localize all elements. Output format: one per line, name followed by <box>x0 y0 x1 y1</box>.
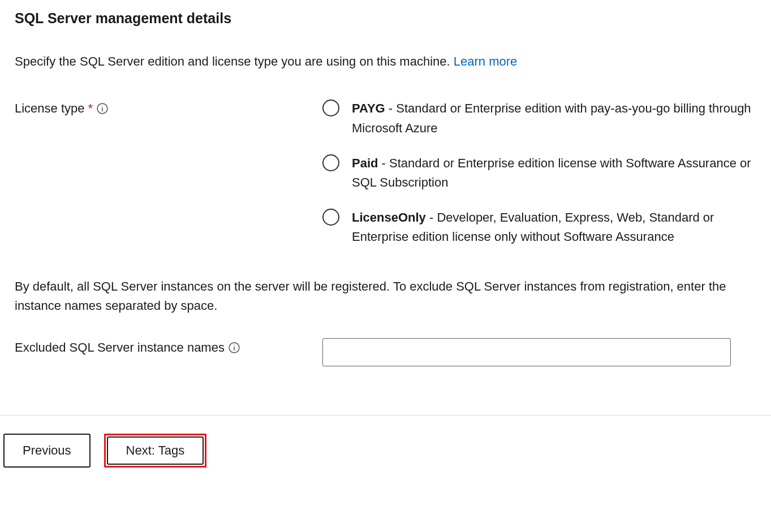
radio-option-payg[interactable]: PAYG - Standard or Enterprise edition wi… <box>322 99 756 137</box>
license-type-row: License type * PAYG - Standard or Enterp… <box>15 99 756 246</box>
previous-button[interactable]: Previous <box>3 434 91 468</box>
next-tags-button[interactable]: Next: Tags <box>107 436 204 465</box>
radio-text: Paid - Standard or Enterprise edition li… <box>352 154 756 192</box>
intro-prefix: Specify the SQL Server edition and licen… <box>15 54 454 68</box>
exclude-instances-description: By default, all SQL Server instances on … <box>15 277 756 315</box>
radio-circle[interactable] <box>322 154 339 171</box>
intro-text: Specify the SQL Server edition and licen… <box>15 53 756 70</box>
wizard-footer: Previous Next: Tags <box>0 416 771 488</box>
info-icon[interactable] <box>96 102 109 115</box>
radio-name: LicenseOnly <box>352 210 426 224</box>
radio-name: PAYG <box>352 101 385 115</box>
excluded-instances-label-text: Excluded SQL Server instance names <box>15 339 225 356</box>
radio-text: LicenseOnly - Developer, Evaluation, Exp… <box>352 208 756 246</box>
radio-name: Paid <box>352 156 378 170</box>
excluded-instances-input[interactable] <box>322 338 731 366</box>
learn-more-link[interactable]: Learn more <box>454 54 518 68</box>
radio-option-paid[interactable]: Paid - Standard or Enterprise edition li… <box>322 154 756 192</box>
license-type-label: License type * <box>15 99 322 117</box>
sql-server-management-details-section: SQL Server management details Specify th… <box>0 0 771 366</box>
radio-desc: - Standard or Enterprise edition with pa… <box>352 101 751 135</box>
radio-option-licenseonly[interactable]: LicenseOnly - Developer, Evaluation, Exp… <box>322 208 756 246</box>
next-button-highlight: Next: Tags <box>104 434 207 468</box>
radio-circle[interactable] <box>322 100 339 116</box>
svg-point-5 <box>234 345 235 346</box>
license-type-radio-group: PAYG - Standard or Enterprise edition wi… <box>322 99 756 246</box>
excluded-instances-label: Excluded SQL Server instance names <box>15 338 322 356</box>
excluded-instances-row: Excluded SQL Server instance names <box>15 338 756 366</box>
radio-circle[interactable] <box>322 209 339 226</box>
info-icon[interactable] <box>228 341 240 354</box>
radio-desc: - Standard or Enterprise edition license… <box>352 156 751 189</box>
radio-text: PAYG - Standard or Enterprise edition wi… <box>352 99 756 137</box>
section-title: SQL Server management details <box>15 9 756 28</box>
license-type-label-text: License type <box>15 100 85 117</box>
required-marker: * <box>88 100 93 117</box>
svg-point-2 <box>102 106 103 107</box>
